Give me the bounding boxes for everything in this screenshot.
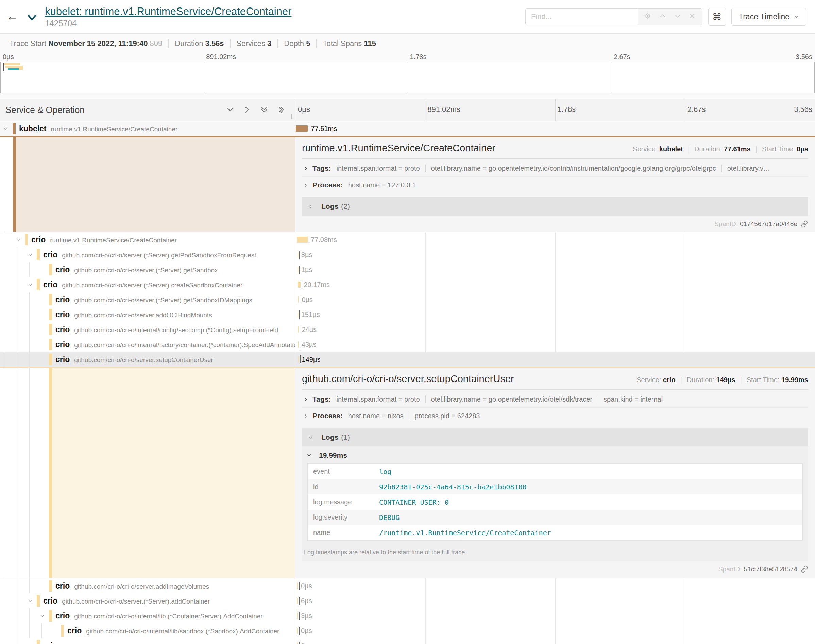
span-duration-bar[interactable] [297, 642, 298, 644]
span-timeline-cell[interactable]: 0µs [295, 292, 815, 307]
link-icon[interactable] [801, 566, 808, 573]
span-row[interactable]: criogithub.com/cri-o/cri-o/server.(*Serv… [0, 262, 815, 277]
span-duration-bar[interactable] [298, 282, 301, 288]
span-row[interactable]: criogithub.com/cri-o/cri-o/internal/fact… [0, 337, 815, 352]
locate-icon[interactable] [644, 12, 651, 21]
process-accordion[interactable]: Process:host.name = nixosprocess.pid = 6… [302, 408, 808, 424]
tags-accordion[interactable]: Tags:internal.span.format = protootel.li… [302, 160, 808, 177]
span-duration-bar[interactable] [297, 267, 298, 273]
span-duration-bar[interactable] [298, 356, 299, 362]
chevron-down-icon[interactable] [3, 126, 9, 132]
span-duration-bar[interactable] [297, 613, 298, 619]
equals-sign: = [633, 396, 640, 403]
logs-accordion-header[interactable]: Logs(2) [302, 197, 808, 216]
chevron-down-icon[interactable] [15, 237, 21, 243]
span-duration-bar[interactable] [298, 327, 299, 333]
span-timeline-cell[interactable]: 20.17ms [295, 277, 815, 292]
span-detail-title: github.com/cri-o/cri-o/server.setupConta… [302, 373, 630, 385]
span-timeline-cell[interactable]: 43µs [295, 337, 815, 352]
span-name-cell[interactable]: criogithub.com/cri-o/cri-o/server.(*Serv… [0, 277, 295, 292]
span-duration-bar[interactable] [297, 251, 298, 258]
span-timeline-cell[interactable]: 6µs [295, 593, 815, 608]
chevron-down-icon[interactable] [27, 598, 33, 604]
span-timeline-cell[interactable]: 149µs [295, 352, 815, 367]
trace-title-link[interactable]: kubelet: runtime.v1.RuntimeService/Creat… [45, 5, 291, 17]
span-duration-bar[interactable] [297, 311, 298, 317]
span-row[interactable]: criogithub.com/cri-o/cri-o/server.(*Serv… [0, 277, 815, 292]
span-timeline-cell[interactable]: 3µs [295, 608, 815, 623]
chevron-down-icon[interactable] [40, 613, 45, 619]
span-duration-bar[interactable] [297, 628, 298, 634]
span-name-cell[interactable]: criogithub.com/cri-o/cri-o/server.(*Serv… [0, 638, 295, 644]
span-name-cell[interactable]: criogithub.com/cri-o/cri-o/server.setupC… [0, 352, 295, 367]
span-row[interactable]: criogithub.com/cri-o/cri-o/server.(*Serv… [0, 593, 815, 608]
span-timeline-cell[interactable]: 0µs [295, 623, 815, 638]
span-timeline-cell[interactable]: 1µs [295, 262, 815, 277]
service-name: crio [43, 596, 57, 606]
chevron-down-icon[interactable] [226, 106, 234, 114]
header-collapse-chevron-icon[interactable] [26, 13, 37, 23]
span-row[interactable]: crioruntime.v1.RuntimeService/CreateCont… [0, 232, 815, 247]
span-duration-bar[interactable] [298, 341, 299, 348]
span-row[interactable]: criogithub.com/cri-o/cri-o/server.addOCI… [0, 307, 815, 322]
column-resize-handle[interactable] [291, 114, 293, 119]
service-color-bar [49, 324, 52, 335]
chevron-right-icon[interactable] [243, 106, 251, 114]
span-timeline-cell[interactable]: 8µs [295, 247, 815, 262]
next-match-chevron-down-icon[interactable] [674, 12, 682, 21]
span-id-row: SpanID:0174567d17a0448e [302, 220, 808, 228]
span-name-cell[interactable]: kubeletruntime.v1.RuntimeService/CreateC… [0, 121, 295, 136]
span-timeline-cell[interactable]: 151µs [295, 307, 815, 322]
logs-accordion-header[interactable]: Logs(1) [302, 428, 808, 446]
span-name-cell[interactable]: criogithub.com/cri-o/cri-o/server.(*Serv… [0, 262, 295, 277]
minimap-canvas[interactable] [0, 62, 815, 93]
keyboard-shortcuts-button[interactable]: ⌘ [708, 8, 726, 26]
span-row[interactable]: criogithub.com/cri-o/cri-o/internal/conf… [0, 322, 815, 337]
span-name-cell[interactable]: criogithub.com/cri-o/cri-o/server.(*Serv… [0, 593, 295, 608]
view-selector-button[interactable]: Trace Timeline [731, 8, 806, 26]
operation-name: runtime.v1.RuntimeService/CreateContaine… [50, 237, 177, 244]
span-duration-bar[interactable] [297, 598, 298, 604]
span-row[interactable]: criogithub.com/cri-o/cri-o/server.(*Serv… [0, 292, 815, 307]
tags-accordion[interactable]: Tags:internal.span.format = protootel.li… [302, 391, 808, 408]
span-name-cell[interactable]: criogithub.com/cri-o/cri-o/internal/lib.… [0, 608, 295, 623]
span-timeline-cell[interactable]: 77.61ms [295, 121, 815, 136]
prev-match-chevron-up-icon[interactable] [659, 12, 666, 21]
service-name: crio [55, 581, 70, 590]
span-name-cell[interactable]: criogithub.com/cri-o/cri-o/server.addIma… [0, 578, 295, 593]
span-row[interactable]: criogithub.com/cri-o/cri-o/server.setupC… [0, 352, 815, 367]
span-duration-bar[interactable] [297, 237, 308, 243]
span-name-cell[interactable]: criogithub.com/cri-o/cri-o/server.addOCI… [0, 307, 295, 322]
span-row[interactable]: criogithub.com/cri-o/cri-o/server.addIma… [0, 578, 815, 593]
span-duration-bar[interactable] [296, 126, 308, 132]
double-chevron-down-icon[interactable] [260, 106, 268, 114]
summary-item: Trace Start November 15 2022, 11:19:40.8… [3, 39, 168, 48]
span-detail-row: github.com/cri-o/cri-o/server.setupConta… [0, 367, 815, 578]
span-duration-bar[interactable] [297, 583, 298, 589]
chevron-down-icon[interactable] [27, 282, 33, 288]
log-entry-header[interactable]: 19.99ms [302, 446, 808, 463]
span-name-cell[interactable]: criogithub.com/cri-o/cri-o/internal/conf… [0, 322, 295, 337]
span-name-cell[interactable]: crioruntime.v1.RuntimeService/CreateCont… [0, 232, 295, 247]
back-arrow-icon[interactable]: ← [6, 9, 22, 24]
span-name-cell[interactable]: criogithub.com/cri-o/cri-o/server.(*Serv… [0, 247, 295, 262]
span-row[interactable]: criogithub.com/cri-o/cri-o/server.(*Serv… [0, 247, 815, 262]
span-name-cell[interactable]: criogithub.com/cri-o/cri-o/internal/lib/… [0, 623, 295, 638]
process-accordion[interactable]: Process:host.name = 127.0.0.1 [302, 177, 808, 193]
span-row[interactable]: criogithub.com/cri-o/cri-o/internal/lib/… [0, 623, 815, 638]
chevron-down-icon[interactable] [27, 252, 33, 258]
span-timeline-cell[interactable]: 0µs [295, 578, 815, 593]
find-input[interactable] [525, 9, 637, 25]
double-chevron-right-icon[interactable] [277, 106, 285, 114]
span-duration-bar[interactable] [298, 296, 299, 303]
link-icon[interactable] [801, 220, 808, 228]
span-row[interactable]: criogithub.com/cri-o/cri-o/server.(*Serv… [0, 638, 815, 644]
span-timeline-cell[interactable]: 0µs [295, 638, 815, 644]
span-name-cell[interactable]: criogithub.com/cri-o/cri-o/internal/fact… [0, 337, 295, 352]
span-timeline-cell[interactable]: 24µs [295, 322, 815, 337]
clear-search-x-icon[interactable] [689, 12, 696, 21]
span-row[interactable]: criogithub.com/cri-o/cri-o/internal/lib.… [0, 608, 815, 623]
span-name-cell[interactable]: criogithub.com/cri-o/cri-o/server.(*Serv… [0, 292, 295, 307]
span-timeline-cell[interactable]: 77.08ms [295, 232, 815, 247]
span-row[interactable]: kubeletruntime.v1.RuntimeService/CreateC… [0, 121, 815, 136]
